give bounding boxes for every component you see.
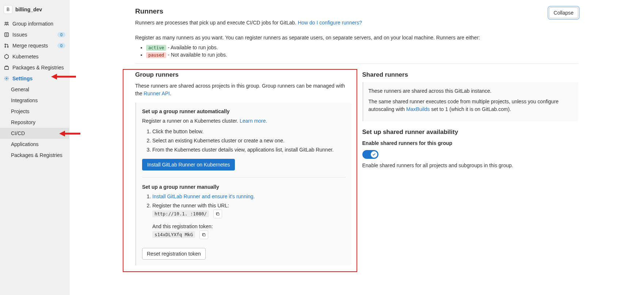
nav-issues[interactable]: Issues 0: [0, 29, 69, 40]
svg-point-0: [5, 22, 7, 24]
nav-label: Issues: [12, 32, 54, 38]
setup-box: Set up a group runner automatically Regi…: [135, 103, 351, 265]
group-runners-title: Group runners: [135, 71, 351, 78]
svg-rect-11: [217, 213, 219, 215]
nav-sub-applications[interactable]: Applications: [0, 139, 69, 150]
sidebar: B billing_dev Group information Issues 0…: [0, 0, 69, 295]
install-runner-link[interactable]: Install GitLab Runner and ensure it's ru…: [152, 194, 255, 199]
nav-sub-integrations[interactable]: Integrations: [0, 95, 69, 106]
group-runners-section: Group runners These runners are shared a…: [135, 71, 351, 265]
shared-info-2: The same shared runner executes code fro…: [369, 98, 573, 113]
auto-steps: Click the button below. Select an existi…: [152, 128, 346, 154]
nav-label: Settings: [12, 76, 65, 81]
nav-sub-general[interactable]: General: [0, 84, 69, 95]
svg-point-7: [7, 46, 8, 47]
svg-rect-12: [203, 234, 205, 236]
nav-merge-requests[interactable]: Merge requests 0: [0, 40, 69, 51]
nav-group-information[interactable]: Group information: [0, 18, 69, 29]
configure-runners-link[interactable]: How do I configure runners?: [298, 20, 362, 26]
issues-icon: [4, 32, 9, 38]
kubernetes-icon: [4, 54, 9, 60]
install-kubernetes-button[interactable]: Install GitLab Runner on Kubernetes: [142, 159, 235, 171]
runners-intro: Runners are processes that pick up and e…: [135, 19, 549, 27]
auto-setup-title: Set up a group runner automatically: [142, 108, 346, 114]
shared-info-1: These runners are shared across this Git…: [369, 87, 573, 95]
inner-divider: [142, 177, 346, 177]
active-badge: active: [146, 45, 166, 51]
nav-sub-packages[interactable]: Packages & Registries: [0, 150, 69, 161]
enable-shared-toggle[interactable]: [362, 150, 378, 159]
shared-setup-title: Set up shared runner availability: [362, 129, 579, 136]
main-content: Runners Runners are processes that pick …: [69, 0, 644, 295]
shared-runners-info: These runners are shared across this Git…: [362, 82, 579, 121]
enable-shared-desc: Enable shared runners for all projects a…: [362, 162, 579, 169]
svg-rect-9: [5, 66, 9, 69]
active-desc: - Available to run jobs.: [166, 45, 218, 50]
nav-sub-repository[interactable]: Repository: [0, 117, 69, 128]
manual-setup-title: Set up a group runner manually: [142, 184, 346, 190]
runner-states-list: active - Available to run jobs. paused -…: [146, 45, 578, 58]
nav-sub-projects[interactable]: Projects: [0, 106, 69, 117]
nav-settings[interactable]: Settings: [0, 73, 69, 84]
shared-info-2b: set to 1 (which it is on GitLab.com).: [430, 106, 511, 112]
auto-desc-text: Register a runner on a Kubernetes cluste…: [142, 118, 240, 124]
manual-step2-text: Register the runner with this URL:: [152, 203, 229, 208]
nav-label: Packages & Registries: [12, 65, 65, 70]
svg-point-5: [5, 44, 6, 45]
settings-icon: [4, 76, 9, 81]
reset-token-button[interactable]: Reset registration token: [142, 248, 206, 260]
nav-sub-cicd[interactable]: CI/CD: [0, 128, 69, 139]
project-header[interactable]: B billing_dev: [0, 3, 69, 18]
learn-more-link[interactable]: Learn more.: [240, 118, 267, 124]
manual-steps: Install GitLab Runner and ensure it's ru…: [152, 193, 346, 239]
copy-url-button[interactable]: [213, 210, 222, 218]
token-label: And this registration token:: [152, 223, 213, 229]
svg-point-6: [5, 46, 6, 47]
group-runners-desc: These runners are shared across projects…: [135, 82, 351, 97]
runner-api-link[interactable]: Runner API: [144, 91, 170, 96]
auto-step-1: Click the button below.: [152, 128, 346, 135]
nav-label: Kubernetes: [12, 54, 65, 60]
manual-step-2: Register the runner with this URL: http:…: [152, 202, 346, 239]
svg-point-10: [6, 78, 7, 79]
runners-intro-text: Runners are processes that pick up and e…: [135, 20, 298, 26]
project-name: billing_dev: [15, 7, 42, 12]
mr-count-badge: 0: [57, 43, 65, 48]
shared-runners-title: Shared runners: [362, 71, 579, 78]
auto-setup-desc: Register a runner on a Kubernetes cluste…: [142, 117, 346, 125]
auto-step-3: From the Kubernetes cluster details view…: [152, 146, 346, 154]
svg-point-1: [7, 22, 8, 24]
nav-kubernetes[interactable]: Kubernetes: [0, 51, 69, 62]
nav-label: Group information: [12, 21, 65, 27]
runners-title: Runners: [135, 7, 549, 15]
project-avatar: B: [4, 5, 12, 14]
state-paused-item: paused - Not available to run jobs.: [146, 52, 578, 58]
enable-shared-label: Enable shared runners for this group: [362, 139, 579, 147]
svg-rect-2: [5, 33, 9, 37]
nav-sub-label: CI/CD: [11, 130, 25, 136]
merge-icon: [4, 43, 9, 49]
paused-badge: paused: [146, 52, 166, 58]
register-text: Register as many runners as you want. Yo…: [135, 34, 578, 42]
auto-step-2: Select an existing Kubernetes cluster or…: [152, 137, 346, 145]
state-active-item: active - Available to run jobs.: [146, 45, 578, 50]
copy-token-button[interactable]: [199, 230, 208, 239]
runner-url-value: http://10.1. :1080/: [152, 210, 209, 217]
package-icon: [4, 65, 9, 70]
registration-token-value: s14xDLYXfq MkG: [152, 231, 195, 238]
nav-label: Merge requests: [12, 43, 54, 49]
manual-step-1: Install GitLab Runner and ensure it's ru…: [152, 193, 346, 200]
group-icon: [4, 21, 9, 27]
collapse-button[interactable]: Collapse: [549, 7, 578, 18]
toggle-knob: [371, 151, 377, 158]
svg-marker-8: [5, 54, 9, 59]
nav-packages[interactable]: Packages & Registries: [0, 62, 69, 73]
paused-desc: - Not available to run jobs.: [166, 52, 227, 58]
divider: [135, 64, 578, 64]
maxbuilds-link[interactable]: MaxBuilds: [406, 106, 430, 112]
shared-runners-section: Shared runners These runners are shared …: [362, 71, 579, 265]
issues-count-badge: 0: [57, 32, 65, 37]
